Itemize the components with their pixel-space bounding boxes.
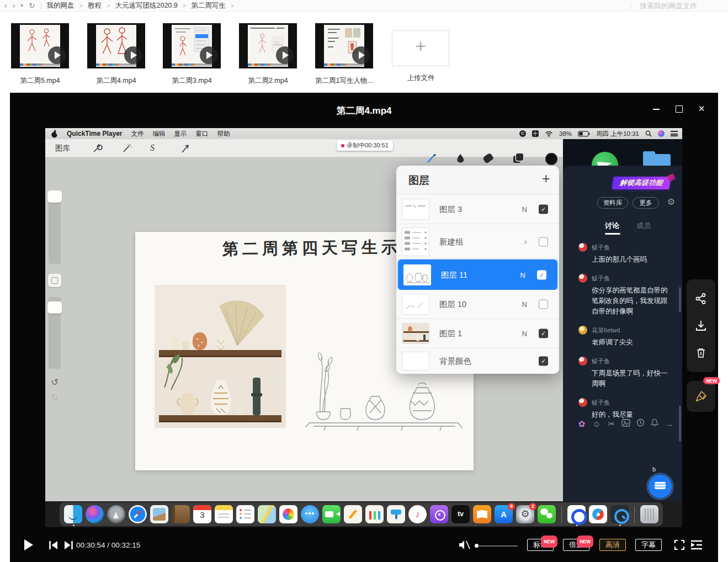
search-divider — [630, 2, 631, 10]
file-name: 第二周4.mp4 — [87, 76, 145, 86]
message-user: 鲅子鱼 — [592, 399, 610, 407]
avatar — [578, 398, 587, 407]
siri-icon — [658, 130, 665, 137]
dock-contacts-icon — [172, 505, 190, 523]
message-user: 花菜6etwd — [592, 326, 620, 335]
macos-dock: 3 ♪ tv A9 ⚙2 — [60, 502, 663, 526]
video-thumbnail — [87, 23, 145, 68]
breadcrumb-item-root[interactable]: 我的网盘 — [47, 1, 88, 10]
layers-panel: 图层 + 图层 3 N ✓ — [396, 166, 559, 374]
dock-photos-icon — [279, 505, 297, 523]
chat-scrollbar — [679, 287, 681, 312]
player-controls: 00:30:54 / 00:32:15 标记 NEW 倍速 NEW 高清 字幕 — [10, 527, 718, 562]
unlock-premium-banner: 解锁高级功能 — [612, 177, 671, 189]
layer-blend-mode: N — [520, 271, 525, 279]
share-icon[interactable] — [695, 293, 707, 305]
file-card[interactable]: 第二周4.mp4 — [87, 23, 145, 86]
pin-icon[interactable] — [694, 390, 708, 403]
file-card[interactable]: 第二周1写生人物... — [315, 23, 373, 86]
macos-menubar: QuickTime Player 文件 编辑 显示 窗口 帮助 C 38% — [45, 128, 682, 139]
file-card[interactable]: 第二周2.mp4 — [239, 23, 297, 86]
wifi-icon — [545, 131, 553, 137]
redo-icon: ↻ — [47, 393, 62, 402]
layers-panel-title: 图层 — [408, 173, 429, 188]
previous-button[interactable] — [49, 540, 59, 550]
search-input[interactable] — [640, 2, 722, 10]
refresh-icon[interactable]: ↻ — [29, 2, 35, 9]
playlist-miniplayer-icon[interactable] — [690, 540, 703, 550]
brush-tool-icon — [426, 153, 437, 164]
file-card[interactable]: 第二周3.mp4 — [163, 23, 221, 86]
recording-indicator: 录制中00:30:51 — [337, 140, 393, 151]
layer-row: 图层 3 N ✓ — [396, 194, 559, 224]
pin-new-badge: NEW — [703, 377, 720, 384]
mark-button[interactable]: 标记 NEW — [527, 539, 554, 551]
dock-launchpad-icon — [107, 505, 125, 523]
next-button[interactable] — [63, 540, 73, 550]
menubar-app-name: QuickTime Player — [67, 130, 123, 137]
dock-reminders-icon — [236, 505, 254, 523]
background-color-row: 背景颜色 ✓ — [396, 348, 559, 374]
chat-message: 鲅子鱼 你分享的画笔都是自带的笔刷改良的吗，我发现跟自带的好像啊 — [578, 274, 673, 317]
volume-slider-handle[interactable] — [475, 544, 479, 548]
dock-maps-icon — [258, 505, 276, 523]
spotlight-search-icon — [645, 130, 652, 137]
fullscreen-icon[interactable] — [674, 539, 685, 550]
layer-thumbnail — [402, 294, 429, 315]
smudge-tool-icon — [455, 153, 466, 164]
maximize-button[interactable] — [674, 104, 683, 113]
message-text: 上面的那几个画吗 — [578, 255, 673, 265]
breadcrumb-item-course[interactable]: 大元速写团练2020.9 — [115, 1, 191, 10]
dock-wechat-icon — [538, 505, 556, 523]
back-icon[interactable]: ‹ — [4, 2, 7, 9]
avatar — [578, 357, 587, 365]
macos-dock-strip: 3 ♪ tv A9 ⚙2 — [45, 501, 682, 527]
message-text: 老师调了尖尖 — [578, 337, 673, 348]
message-user: 鲅子鱼 — [592, 357, 610, 365]
dock-appstore-icon: A9 — [495, 505, 513, 523]
group-chevron-icon: › — [524, 236, 527, 247]
library-button: 资料库 — [597, 197, 628, 209]
upload-file-button[interactable]: + 上传文件 — [392, 30, 450, 83]
tab-discussion: 讨论 — [605, 221, 619, 231]
file-name: 第二周2.mp4 — [239, 76, 297, 86]
minimize-button[interactable] — [652, 104, 661, 113]
history-caret-icon[interactable]: ▾ — [20, 3, 23, 8]
layer-row: 图层 1 N ✓ — [396, 319, 559, 348]
layer-name: 背景颜色 — [439, 356, 471, 367]
message-user: 鲅子鱼 — [592, 274, 610, 283]
message-text: 下周是场景了吗，好快一周啊 — [578, 368, 673, 389]
play-overlay-icon — [124, 46, 142, 64]
breadcrumb-item-tutorial[interactable]: 教程 — [88, 1, 115, 10]
download-icon[interactable] — [695, 320, 707, 332]
subtitle-button[interactable]: 字幕 — [635, 539, 662, 551]
player-title: 第二周4.mp4 — [10, 104, 718, 117]
dock-netdisk-icon — [589, 505, 607, 523]
group-thumbnail — [402, 227, 429, 256]
hd-quality-button[interactable]: 高清 — [599, 539, 626, 551]
gallery-button: 图库 — [55, 144, 70, 153]
layer-row: 图层 10 N — [396, 290, 559, 319]
avatar — [578, 274, 587, 283]
speed-button[interactable]: 倍速 NEW — [563, 539, 589, 551]
plus-icon: + — [392, 36, 449, 55]
dock-appletv-icon: tv — [451, 505, 470, 523]
class-chat-sidebar: 解锁高级功能 资料库 更多 ⚙ 讨论 成员 鲅子鱼 上面的那几个画吗 — [563, 139, 682, 501]
mute-speaker-icon[interactable] — [458, 539, 471, 550]
speed-new-badge: NEW — [577, 536, 593, 548]
file-card[interactable]: 第二周5.mp4 — [11, 23, 69, 86]
input-method-icon — [532, 130, 539, 137]
play-button[interactable] — [24, 539, 33, 550]
layer-thumbnail — [402, 323, 429, 344]
chat-message: 鲅子鱼 好的，我尽量 — [578, 398, 673, 420]
selection-tool-icon: S — [147, 143, 158, 154]
forward-icon[interactable]: › — [13, 2, 15, 9]
close-button[interactable]: ✕ — [697, 104, 706, 113]
breadcrumb-item-week[interactable]: 第二周写生 — [191, 1, 239, 10]
adjustments-icon — [121, 143, 132, 154]
delete-trash-icon[interactable] — [695, 347, 707, 359]
dock-podcasts-icon — [430, 505, 448, 523]
video-content: QuickTime Player 文件 编辑 显示 窗口 帮助 C 38% — [45, 128, 682, 527]
volume-slider-track[interactable] — [479, 545, 518, 547]
canvas-handwritten-title: 第二周第四天写生示 — [222, 236, 401, 260]
